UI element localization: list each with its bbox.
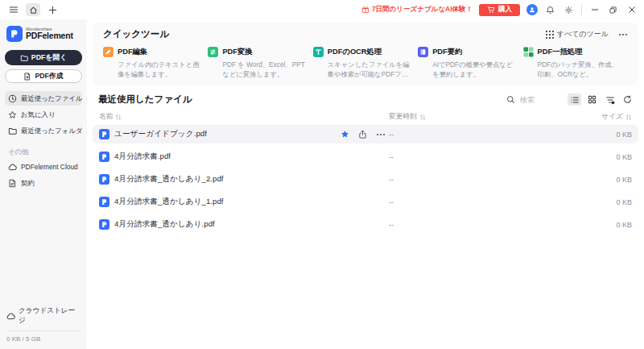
storage-usage: 0 KB / 5 GB [5, 335, 82, 343]
summary-icon [418, 47, 428, 57]
grid-dots-icon [546, 31, 554, 39]
brand: Wondershare PDFelement [6, 26, 82, 42]
sidebar-divider [6, 330, 80, 331]
quick-tools-card: クイックツール すべてのツール PDF編集 ファイル内のテキストと画像を編集しま… [93, 23, 638, 85]
list-view-button[interactable] [568, 93, 581, 106]
quick-tool-card[interactable]: PDF一括処理 PDFのバッチ変換、作成、印刷、OCRなど。 [523, 47, 628, 79]
column-header-name[interactable]: 名前 [99, 112, 389, 122]
window-titlebar: 7日間のリーズナブルなAI体験！ 購入 [0, 0, 644, 19]
grid-view-icon [588, 95, 597, 104]
titlebar-divider [581, 5, 582, 15]
pen-icon [103, 47, 114, 57]
file-name: ユーザーガイドブック.pdf [114, 129, 207, 139]
promo-text: 7日間のリーズナブルなAI体験！ [372, 5, 473, 15]
tool-name: PDF要約 [432, 47, 462, 57]
file-row[interactable]: 4月分請求書_透かしあり_2.pdf -- 0 KB [93, 170, 638, 189]
tool-description: PDFのバッチ変換、作成、印刷、OCRなど。 [538, 60, 621, 79]
sidebar-nav-item[interactable]: お気に入り [5, 107, 82, 122]
grid-view-button[interactable] [585, 93, 599, 106]
user-avatar[interactable] [526, 4, 538, 15]
cloud-icon [8, 163, 17, 172]
quick-tool-card[interactable]: PDF要約 AIでPDFの概要や要点などを要約します。 [418, 47, 522, 79]
refresh-button[interactable] [621, 93, 634, 106]
column-header-size[interactable]: サイズ [582, 112, 632, 122]
share-icon[interactable] [358, 130, 367, 139]
sidebar-item-label: 最近使ったフォルダ [21, 127, 82, 135]
sort-arrows-icon [419, 114, 426, 121]
folder-open-icon [20, 54, 28, 62]
tool-description: AIでPDFの概要や要点などを要約します。 [432, 60, 516, 79]
tool-name: PDFのOCR処理 [328, 47, 382, 57]
restore-button[interactable] [607, 4, 619, 16]
quick-tools-list: PDF編集 ファイル内のテキストと画像を編集します。 PDF変換 PDF を W… [103, 47, 628, 79]
file-size: 0 KB [582, 131, 632, 139]
file-row[interactable]: ユーザーガイドブック.pdf -- 0 KB [93, 125, 638, 143]
row-more-icon[interactable] [376, 133, 386, 136]
file-name: 4月分請求書.pdf [114, 152, 171, 162]
file-modified: -- [389, 131, 582, 139]
pdfelement-logo-icon [6, 26, 23, 42]
sidebar-nav-item[interactable]: 最近使ったフォルダ [5, 123, 82, 138]
menu-button[interactable] [6, 3, 21, 16]
sidebar-nav-item[interactable]: PDFelement Cloud [5, 160, 82, 174]
file-size: 0 KB [582, 198, 632, 206]
convert-icon [208, 47, 218, 57]
settings-button[interactable] [563, 4, 575, 16]
sidebar-item-label: PDFelement Cloud [21, 163, 78, 171]
home-tab[interactable] [26, 3, 40, 16]
quick-tool-card[interactable]: PDF変換 PDF を Word、Excel、PPT などに変換します。 [208, 47, 312, 79]
home-icon [29, 6, 38, 15]
sort-arrows-icon [625, 114, 632, 121]
new-tab-button[interactable] [45, 3, 60, 16]
restore-icon [609, 6, 617, 14]
gear-icon [564, 6, 573, 15]
contract-icon [8, 179, 17, 188]
file-modified: -- [389, 153, 582, 161]
bell-icon [546, 6, 555, 15]
file-row[interactable]: 4月分請求書_透かしあり_1.pdf -- 0 KB [93, 193, 638, 211]
close-button[interactable] [625, 4, 638, 16]
brand-product: PDFelement [26, 31, 73, 41]
sidebar-item-label: 契約 [21, 179, 35, 188]
gift-icon [361, 6, 369, 14]
file-row[interactable]: 4月分請求書.pdf -- 0 KB [93, 147, 638, 166]
tool-name: PDF編集 [118, 47, 147, 57]
folder-icon [8, 127, 17, 135]
pdf-file-icon [99, 129, 109, 139]
cloud-icon [6, 312, 15, 321]
sidebar-nav-item[interactable]: 契約 [5, 176, 82, 190]
cloud-storage-item[interactable]: クラウドストレージ [5, 306, 82, 326]
clock-icon [8, 94, 17, 103]
search-icon [506, 95, 515, 104]
pdf-file-icon [99, 219, 109, 230]
create-pdf-button[interactable]: PDF作成 [5, 69, 82, 83]
cart-icon [487, 6, 495, 14]
search-input[interactable] [518, 95, 559, 105]
sidebar-item-label: 最近使ったファイル [21, 94, 82, 103]
sort-filter-button[interactable] [603, 93, 617, 106]
file-plus-icon [23, 73, 31, 81]
quick-tools-more-button[interactable] [618, 33, 628, 36]
notifications-button[interactable] [544, 4, 556, 16]
quick-tool-card[interactable]: PDFのOCR処理 スキャンしたファイルを編集や検索が可能なPDFファイルに変換… [313, 47, 418, 79]
column-header-modified[interactable]: 変更時刻 [389, 112, 582, 122]
file-name: 4月分請求書_透かしあり_2.pdf [114, 174, 224, 185]
promo-banner[interactable]: 7日間のリーズナブルなAI体験！ [361, 5, 473, 15]
file-row[interactable]: 4月分請求書_透かしあり.pdf -- 0 KB [93, 215, 638, 234]
recent-files-title: 最近使用したファイル [98, 93, 192, 106]
minimize-button[interactable] [588, 4, 601, 16]
tool-description: スキャンしたファイルを編集や検索が可能なPDFファイルに変換しま... [328, 60, 411, 79]
file-size: 0 KB [582, 176, 632, 184]
tool-name: PDF一括処理 [538, 47, 583, 57]
list-view-icon [570, 95, 580, 105]
file-size: 0 KB [582, 221, 632, 229]
favorite-star-icon[interactable] [341, 130, 349, 139]
sidebar-nav-item[interactable]: 最近使ったファイル [5, 91, 82, 106]
quick-tool-card[interactable]: PDF編集 ファイル内のテキストと画像を編集します。 [103, 47, 208, 79]
open-pdf-button[interactable]: PDFを開く [5, 50, 82, 65]
search-box[interactable] [506, 95, 559, 105]
buy-button[interactable]: 購入 [479, 4, 520, 16]
sidebar-section-other: その他 [8, 147, 82, 156]
ocr-icon [313, 47, 324, 57]
all-tools-button[interactable]: すべてのツール [546, 29, 609, 39]
